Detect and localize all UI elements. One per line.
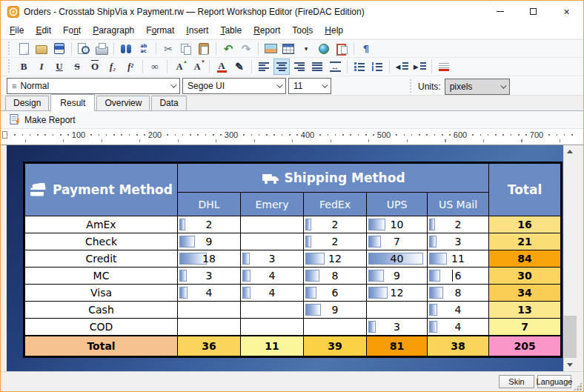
justify-button[interactable] — [309, 59, 325, 75]
menu-insert[interactable]: Insert — [180, 23, 214, 38]
close-button[interactable]: × — [550, 1, 583, 22]
vertical-scrollbar[interactable] — [563, 145, 576, 371]
data-cell[interactable]: 4 — [428, 319, 489, 336]
data-cell[interactable]: 2 — [304, 233, 367, 250]
bottom-border-button[interactable] — [436, 59, 452, 75]
report-canvas[interactable]: Payment MethodShipping MethodTotalDHLEme… — [7, 145, 563, 371]
column-header-ups[interactable]: UPS — [367, 193, 428, 216]
subscript-button[interactable]: f₂ — [104, 59, 121, 75]
column-header-emery[interactable]: Emery — [241, 193, 304, 216]
format-toolbar-grip[interactable] — [8, 59, 12, 74]
data-cell[interactable]: 12 — [367, 285, 428, 302]
skin-button[interactable]: Skin — [499, 375, 534, 388]
grow-font-button[interactable]: A — [171, 59, 188, 75]
row-label[interactable]: Check — [24, 233, 178, 250]
row-total[interactable]: 21 — [489, 233, 562, 250]
row-label[interactable]: Credit — [24, 250, 178, 268]
data-cell[interactable]: 9 — [367, 268, 428, 285]
menu-format[interactable]: Format — [140, 23, 180, 38]
reading-glasses-button[interactable]: ∞ — [147, 59, 163, 75]
shrink-font-button[interactable]: A — [189, 59, 205, 75]
data-cell[interactable]: 8 — [428, 285, 489, 302]
tab-design[interactable]: Design — [5, 96, 49, 110]
font-size-combo[interactable]: 11 — [288, 78, 331, 94]
print-preview-button[interactable] — [76, 41, 92, 57]
formatting-marks-button[interactable]: ¶ — [358, 41, 374, 57]
data-cell[interactable] — [241, 233, 304, 250]
column-header-fedex[interactable]: FedEx — [304, 193, 367, 216]
fit-width-button[interactable]: ↔ — [327, 59, 343, 75]
row-label[interactable]: Cash — [24, 302, 178, 319]
column-total[interactable]: 39 — [304, 336, 367, 357]
data-cell[interactable] — [241, 216, 304, 233]
corner-header[interactable]: Payment Method — [24, 163, 178, 216]
menu-paragraph[interactable]: Paragraph — [87, 23, 140, 38]
undo-button[interactable]: ↶ — [220, 41, 236, 57]
scroll-up-button[interactable] — [564, 145, 577, 158]
open-folder-button[interactable] — [33, 41, 50, 57]
menu-report[interactable]: Report — [248, 23, 286, 38]
data-cell[interactable]: 11 — [428, 250, 489, 268]
tab-data[interactable]: Data — [151, 96, 186, 110]
print-button[interactable] — [93, 41, 110, 57]
decrease-indent-button[interactable]: ◀ — [394, 59, 410, 75]
data-cell[interactable]: 6 — [428, 268, 489, 285]
highlight-button[interactable]: ✎ — [231, 59, 248, 75]
font-color-button[interactable]: A — [213, 59, 230, 75]
data-cell[interactable]: 4 — [428, 302, 489, 319]
data-cell[interactable] — [241, 319, 304, 336]
paste-button[interactable] — [196, 41, 212, 57]
data-cell[interactable]: 9 — [178, 233, 241, 250]
bullet-list-button[interactable] — [351, 59, 368, 75]
data-cell[interactable]: 8 — [304, 268, 367, 285]
row-total[interactable]: 13 — [489, 302, 562, 319]
tab-overview[interactable]: Overview — [96, 96, 150, 110]
row-total[interactable]: 16 — [489, 216, 562, 233]
insert-image-button[interactable] — [262, 41, 279, 57]
menu-tools[interactable]: Tools — [286, 23, 319, 38]
group-header[interactable]: Shipping Method — [178, 163, 489, 193]
redo-button[interactable]: ↷ — [238, 41, 254, 57]
maximize-button[interactable] — [517, 1, 550, 22]
overline-button[interactable]: O — [87, 59, 103, 75]
insert-table-button[interactable] — [280, 41, 296, 57]
find-replace-button[interactable]: ab ac — [136, 41, 152, 57]
tab-result[interactable]: Result — [50, 94, 95, 111]
save-button[interactable] — [51, 41, 67, 57]
copy-button[interactable] — [178, 41, 194, 57]
data-cell[interactable]: 3 — [428, 233, 489, 250]
column-header-us-mail[interactable]: US Mail — [428, 193, 489, 216]
table-menu-arrow-button[interactable]: ▼ — [298, 41, 314, 57]
column-header-dhl[interactable]: DHL — [178, 193, 241, 216]
data-cell[interactable]: 18 — [178, 250, 241, 268]
menu-table[interactable]: Table — [214, 23, 248, 38]
data-cell[interactable]: 4 — [241, 285, 304, 302]
scroll-thumb[interactable] — [564, 316, 577, 358]
hyperlink-button[interactable] — [316, 41, 332, 57]
align-center-button[interactable] — [273, 59, 290, 75]
align-left-button[interactable] — [256, 59, 272, 75]
data-cell[interactable]: 4 — [178, 285, 241, 302]
increase-indent-button[interactable]: ▶ — [411, 59, 428, 75]
data-cell[interactable] — [367, 302, 428, 319]
data-cell[interactable]: 7 — [367, 233, 428, 250]
column-total[interactable]: 36 — [178, 336, 241, 357]
row-label[interactable]: Visa — [24, 285, 178, 302]
row-total[interactable]: 84 — [489, 250, 562, 268]
menu-edit[interactable]: Edit — [30, 23, 57, 38]
column-total[interactable]: 81 — [367, 336, 428, 357]
data-cell[interactable]: 6 — [304, 285, 367, 302]
data-cell[interactable] — [241, 302, 304, 319]
data-cell[interactable]: 4 — [241, 268, 304, 285]
row-total[interactable]: 34 — [489, 285, 562, 302]
minimize-button[interactable] — [483, 1, 517, 22]
italic-button[interactable]: I — [33, 59, 50, 75]
bold-button[interactable]: B — [16, 59, 32, 75]
resize-grip[interactable] — [574, 382, 582, 391]
data-cell[interactable]: 2 — [428, 216, 489, 233]
menu-font[interactable]: Font — [57, 23, 87, 38]
total-column-header[interactable]: Total — [489, 163, 562, 216]
main-toolbar-grip[interactable] — [8, 41, 12, 56]
row-total[interactable]: 7 — [489, 319, 562, 336]
row-label[interactable]: MC — [24, 268, 178, 285]
